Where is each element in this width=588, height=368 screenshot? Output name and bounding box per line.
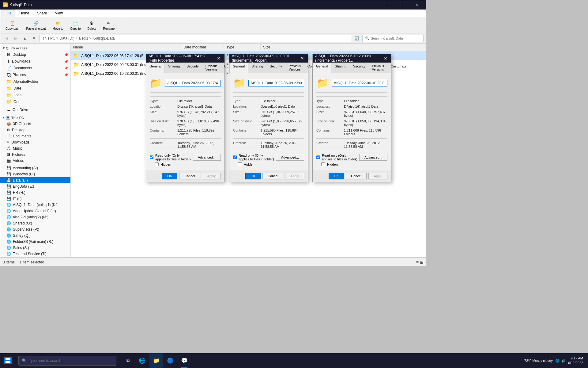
teams-button[interactable]: 💬 (178, 353, 191, 368)
drive-hr[interactable]: 💾HR (H:) (0, 190, 70, 196)
sidebar-item-one[interactable]: 📁 One (0, 98, 70, 105)
drive-it[interactable]: 💾IT (I:) (0, 196, 70, 202)
sidebar-item-onedrive[interactable]: ☁ OneDrive (0, 106, 70, 113)
list-view-button[interactable]: ≡ (416, 260, 419, 265)
dialog-tab-security-3[interactable]: Security (350, 63, 369, 73)
dialog-tab-general-1[interactable]: General (146, 63, 165, 73)
dialog-tab-sharing-2[interactable]: Sharing (248, 63, 266, 73)
dialog-close-3[interactable]: ✕ (383, 54, 389, 63)
address-path[interactable]: This PC > Data (D:) > aisql1 > K-aisql1-… (40, 35, 351, 42)
copy-to-button[interactable]: 📄 Copy to (67, 19, 83, 32)
hidden-checkbox-1[interactable] (155, 162, 159, 166)
quick-access-header[interactable]: ▾ Quick access (0, 45, 70, 51)
dialog-tab-prevvers-2[interactable]: Previous Versions (285, 63, 304, 73)
explorer-button[interactable]: 📁 (149, 353, 163, 368)
dialog-name-input-2[interactable] (248, 80, 304, 86)
dialog-close-2[interactable]: ✕ (299, 54, 305, 63)
sidebar-item-downloads-pc[interactable]: ⬇ Downloads (0, 139, 70, 145)
dialog-tab-general-2[interactable]: General (229, 63, 248, 73)
dialog-tab-prevvers-1[interactable]: Previous Versions (202, 63, 221, 73)
ok-button-2[interactable]: OK (245, 173, 261, 179)
sidebar-item-3d[interactable]: 📦 3D Objects (0, 121, 70, 127)
hidden-checkbox-2[interactable] (238, 162, 242, 166)
sidebar-item-pictures-qa[interactable]: 🖼 Pictures 📌 (0, 71, 70, 78)
maximize-button[interactable]: □ (395, 0, 409, 10)
chrome-button[interactable]: 🔵 (164, 353, 177, 368)
sidebar-item-docs-pc[interactable]: 📄 Documents (0, 133, 70, 139)
recent-button[interactable]: ▼ (30, 35, 38, 42)
sidebar-item-logs[interactable]: 📁 Logs (0, 92, 70, 98)
drive-accounting[interactable]: 💾Accounting (A:) (0, 165, 70, 171)
apply-button-2[interactable]: Apply (285, 173, 304, 179)
copy-path-button[interactable]: 📋 Copy path (3, 19, 22, 32)
sidebar-item-pics-pc[interactable]: 🖼 Pictures (0, 151, 70, 158)
sidebar-item-videos-pc[interactable]: 🎬 Videos (0, 158, 70, 164)
sidebar-item-desktop-pc[interactable]: 🖥 Desktop (0, 127, 70, 133)
cancel-button-1[interactable]: Cancel (179, 173, 200, 179)
sidebar-item-documents-qa[interactable]: 📄 Documents 📌 (0, 65, 70, 71)
tab-home[interactable]: Home (15, 10, 33, 17)
sidebar-item-music-pc[interactable]: 🎵 Music (0, 145, 70, 151)
tab-file[interactable]: File (2, 10, 15, 17)
edge-button[interactable]: 🌐 (135, 353, 149, 368)
drive-test[interactable]: 🌐Test and Service (T:) (0, 251, 70, 257)
drive-aisql2[interactable]: 🌐aisql2-d (\\aisql2) (M:) (0, 214, 70, 220)
readonly-checkbox-1[interactable] (150, 155, 153, 159)
paste-shortcut-button[interactable]: 🔗 Paste shortcut (24, 19, 49, 32)
dialog-tab-general-3[interactable]: General (313, 63, 331, 73)
drive-saftey[interactable]: 🌐Saftey (Q:) (0, 232, 70, 239)
col-type[interactable]: Type (224, 44, 261, 50)
delete-button[interactable]: 🗑 Delete (85, 19, 99, 32)
tab-view[interactable]: View (51, 10, 67, 17)
back-button[interactable]: ◀ (3, 35, 10, 42)
drive-sales[interactable]: 🌐Sales (S:) (0, 245, 70, 251)
drive-windows[interactable]: 💾Windows (C:) (0, 171, 70, 177)
taskview-button[interactable]: ⧉ (121, 353, 135, 368)
readonly-checkbox-3[interactable] (316, 155, 320, 159)
sidebar-item-date[interactable]: 📁 Date (0, 85, 70, 92)
forward-button[interactable]: ▶ (12, 35, 19, 42)
advanced-button-2[interactable]: Advanced... (276, 154, 304, 161)
ok-button-1[interactable]: OK (162, 173, 177, 179)
advanced-button-1[interactable]: Advanced... (193, 154, 221, 161)
cancel-button-3[interactable]: Cancel (346, 173, 367, 179)
dialog-name-input-3[interactable] (332, 80, 387, 86)
move-to-button[interactable]: 📂 Move to (50, 19, 66, 32)
drive-adept[interactable]: 🌐AdeptUpdate (\\aisql1) (L:) (0, 208, 70, 214)
dialog-tab-customize-3[interactable]: Customize (387, 63, 410, 73)
hidden-checkbox-3[interactable] (321, 162, 325, 166)
drive-data-d[interactable]: 💾Data (D:) (0, 177, 70, 183)
drive-folders[interactable]: 🌐FolderS$ (\\aii-main) (R:) (0, 239, 70, 245)
this-pc-header[interactable]: ▾ 💻 This PC (0, 114, 70, 121)
advanced-button-3[interactable]: Advanced... (359, 154, 387, 161)
refresh-button[interactable]: 🔄 (353, 35, 360, 42)
close-button[interactable]: ✕ (409, 0, 424, 10)
sidebar-item-downloads-qa[interactable]: ⬇ Downloads 📌 (0, 58, 70, 65)
apply-button-3[interactable]: Apply (368, 173, 387, 179)
minimize-button[interactable]: ─ (380, 0, 394, 10)
drive-engdata[interactable]: 💾EngData (E:) (0, 183, 70, 190)
ok-button-3[interactable]: OK (329, 173, 344, 179)
grid-view-button[interactable]: ⊞ (420, 260, 424, 265)
drive-supervisors[interactable]: 🌐Supervisors (P:) (0, 226, 70, 232)
drive-aisql1[interactable]: 🌐AISQL1_Data (\\aisql1) (K:) (0, 202, 70, 208)
dialog-name-input-1[interactable] (165, 80, 221, 86)
rename-button[interactable]: ✏ Rename (100, 19, 117, 32)
readonly-checkbox-2[interactable] (233, 155, 237, 159)
col-size[interactable]: Size (261, 44, 285, 50)
cancel-button-2[interactable]: Cancel (262, 173, 283, 179)
dialog-tab-prevvers-3[interactable]: Previous Versions (369, 63, 387, 73)
apply-button-1[interactable]: Apply (202, 173, 221, 179)
up-button[interactable]: ▲ (21, 35, 28, 42)
dialog-close-1[interactable]: ✕ (215, 54, 222, 63)
col-modified[interactable]: Date modified (181, 44, 224, 50)
dialog-tab-security-2[interactable]: Security (266, 63, 285, 73)
search-input[interactable] (371, 36, 421, 40)
start-button[interactable] (0, 353, 16, 368)
dialog-tab-sharing-1[interactable]: Sharing (165, 63, 183, 73)
col-name[interactable]: Name (71, 44, 181, 50)
drive-shared[interactable]: 🌐Shared (O:) (0, 220, 70, 226)
dialog-tab-sharing-3[interactable]: Sharing (331, 63, 350, 73)
sidebar-item-alphabet[interactable]: 📁 AlphabetFolder (0, 78, 70, 85)
taskbar-search-input[interactable] (29, 358, 113, 363)
